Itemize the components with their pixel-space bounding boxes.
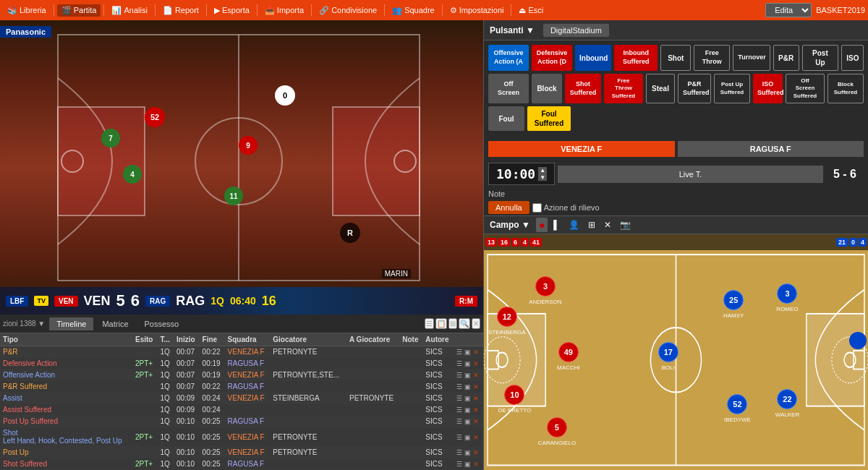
timer-up[interactable]: ▲ [538, 167, 547, 174]
nav-libreria[interactable]: 📚 Libreria [3, 4, 51, 17]
table-row[interactable]: Shot Suffered 2PT+ 1Q 00:10 00:25 RAGUSA… [0, 458, 483, 470]
row-edit[interactable]: ☰ [456, 372, 462, 379]
digital-stadium-tab[interactable]: DigitalStadium [543, 24, 609, 37]
player-dot-17[interactable]: 17 BOLI [658, 342, 678, 362]
filter-bar[interactable]: ▌ [550, 218, 563, 231]
row-edit[interactable]: ☰ [456, 461, 462, 468]
btn-foul[interactable]: Foul [488, 106, 524, 131]
btn-block[interactable]: Block [532, 74, 562, 103]
row-edit[interactable]: ☰ [456, 418, 462, 425]
btn-iso-suffered[interactable]: ISOSuffered [753, 74, 783, 103]
tab-timeline[interactable]: Timeline [49, 317, 93, 330]
row-delete[interactable]: ✕ [473, 461, 479, 468]
row-edit[interactable]: ☰ [456, 360, 462, 367]
btn-free-throw-suffered[interactable]: FreeThrowSuffered [604, 74, 643, 103]
tab-possesso[interactable]: Possesso [137, 317, 187, 330]
nav-condivisione[interactable]: 🔗 Condivisione [315, 4, 381, 17]
azione-check-input[interactable] [532, 203, 542, 213]
btn-post-up-suffered[interactable]: Post UpSuffered [714, 74, 750, 103]
row-delete[interactable]: ✕ [473, 349, 479, 356]
table-row[interactable]: ShotLeft Hand, Hook, Contested, Post Up … [0, 427, 483, 447]
row-delete[interactable]: ✕ [473, 449, 479, 456]
row-edit[interactable]: ☰ [456, 434, 462, 441]
btn-inbound-suffered[interactable]: InboundSuffered [614, 45, 658, 71]
row-view[interactable]: ▣ [464, 372, 471, 379]
player-dot-12[interactable]: 12 STEINBERGA [497, 307, 517, 327]
row-view[interactable]: ▣ [464, 434, 471, 441]
row-delete[interactable]: ✕ [473, 434, 479, 441]
row-view[interactable]: ▣ [464, 383, 471, 390]
player-dot-offcourt[interactable] [849, 332, 867, 349]
table-btn-1[interactable]: ☰ [425, 318, 434, 329]
row-view[interactable]: ▣ [464, 360, 471, 367]
player-dot-49[interactable]: 49 MACCHI [558, 342, 579, 362]
btn-offensive-action[interactable]: OffensiveAction (A [488, 45, 529, 71]
btn-defensive-action[interactable]: DefensiveAction (D [532, 45, 572, 71]
table-btn-5[interactable]: ✕ [472, 318, 480, 329]
row-view[interactable]: ▣ [464, 395, 471, 402]
row-edit[interactable]: ☰ [456, 349, 462, 356]
edit-select[interactable]: Edita [765, 3, 812, 17]
nav-squadre[interactable]: 👥 Squadre [388, 4, 439, 17]
row-delete[interactable]: ✕ [473, 418, 479, 425]
player-dot-3-blue[interactable]: 3 ROMEO [777, 283, 797, 304]
btn-off-screen-suffered[interactable]: Off ScreenSuffered [786, 74, 825, 103]
player-dot-10[interactable]: 10 DE PRETTO [504, 385, 524, 405]
row-delete[interactable]: ✕ [473, 406, 479, 414]
table-row[interactable]: Defensive Action 2PT+ 1Q 00:07 00:19 RAG… [0, 358, 483, 369]
btn-steal[interactable]: Steal [646, 74, 675, 103]
btn-iso[interactable]: ISO [841, 45, 864, 71]
player-dot-3-red[interactable]: 3 ANDERSON [535, 276, 556, 296]
row-delete[interactable]: ✕ [473, 395, 479, 402]
filter-grid[interactable]: ⊞ [585, 218, 598, 231]
row-edit[interactable]: ☰ [456, 395, 462, 402]
nav-esci[interactable]: ⏏ Esci [514, 4, 548, 17]
btn-free-throw[interactable]: FreeThrow [694, 45, 730, 71]
row-view[interactable]: ▣ [464, 349, 471, 356]
nav-impostazioni[interactable]: ⚙ Impostazioni [446, 4, 509, 17]
row-delete[interactable]: ✕ [473, 383, 479, 390]
team-venezia-btn[interactable]: VENEZIA F [488, 141, 675, 157]
annulla-btn[interactable]: Annulla [488, 201, 529, 214]
table-btn-4[interactable]: 🔍 [459, 318, 470, 329]
row-view[interactable]: ▣ [464, 418, 471, 425]
player-dot-5[interactable]: 5 CARANGIELO [547, 417, 567, 437]
row-view[interactable]: ▣ [464, 461, 471, 468]
filter-x[interactable]: ✕ [601, 218, 614, 231]
btn-shot-suffered[interactable]: ShotSuffered [565, 74, 601, 103]
row-edit[interactable]: ☰ [456, 406, 462, 414]
table-row[interactable]: P&R 1Q 00:07 00:22 VENEZIA F PETRONYTE S… [0, 346, 483, 358]
table-row[interactable]: Assist Suffered 1Q 00:09 00:24 SICS ☰ ▣ … [0, 404, 483, 416]
table-row[interactable]: P&R Suffered 1Q 00:07 00:22 RAGUSA F SIC… [0, 381, 483, 393]
nav-report[interactable]: 📄 Report [158, 4, 203, 17]
row-edit[interactable]: ☰ [456, 449, 462, 456]
btn-off-screen[interactable]: Off Screen [488, 74, 529, 103]
table-btn-3[interactable]: ⊞ [448, 318, 457, 329]
btn-inbound[interactable]: Inbound [575, 45, 611, 71]
row-view[interactable]: ▣ [464, 449, 471, 456]
btn-pnr[interactable]: P&R [773, 45, 799, 71]
row-view[interactable]: ▣ [464, 406, 471, 414]
row-delete[interactable]: ✕ [473, 360, 479, 367]
table-row[interactable]: Post Up 1Q 00:10 00:25 VENEZIA F PETRONY… [0, 447, 483, 458]
table-row[interactable]: Assist 1Q 00:09 00:24 VENEZIA F STEINBER… [0, 393, 483, 404]
filter-red-dot[interactable]: ● [536, 218, 548, 232]
btn-foul-suffered[interactable]: FoulSuffered [527, 106, 571, 131]
nav-importa[interactable]: 📥 Importa [260, 4, 308, 17]
player-dot-25[interactable]: 25 HAMSY [723, 290, 744, 310]
live-btn[interactable]: Live T. [558, 166, 823, 183]
timer-down[interactable]: ▼ [538, 174, 547, 181]
btn-post-up[interactable]: Post Up [802, 45, 839, 71]
row-edit[interactable]: ☰ [456, 383, 462, 390]
btn-shot[interactable]: Shot [660, 45, 691, 71]
nav-analisi[interactable]: 📊 Analisi [107, 4, 151, 17]
btn-block-suffered[interactable]: BlockSuffered [827, 74, 864, 103]
table-row[interactable]: Post Up Suffered 1Q 00:10 00:25 RAGUSA F… [0, 416, 483, 427]
btn-pnr-suffered[interactable]: P&RSuffered [678, 74, 711, 103]
table-btn-2[interactable]: 📋 [435, 318, 447, 329]
nav-esporta[interactable]: ▶ Esporta [210, 4, 254, 17]
btn-turnover[interactable]: Turnover [733, 45, 770, 71]
nav-partita[interactable]: 🎬 Partita [57, 4, 101, 17]
filter-player[interactable]: 👤 [566, 218, 582, 231]
tab-matrice[interactable]: Matrice [95, 317, 135, 330]
